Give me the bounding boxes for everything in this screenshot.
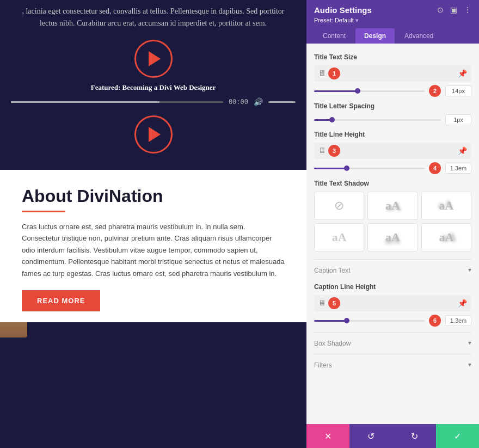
top-paragraph: , lacinia eget consectetur sed, convalli… — [0, 0, 306, 30]
panel-header-icons: ⊙ ▣ ⋮ — [437, 5, 471, 15]
shadow-option-3[interactable]: aA — [314, 223, 364, 251]
caption-text-label: Caption Text — [314, 267, 351, 274]
badge-4: 4 — [429, 162, 441, 174]
audio-player-bar: 00:00 🔊 — [0, 97, 306, 107]
title-line-height-device-row: 🖥 3 📌 — [314, 143, 471, 159]
undo-icon: ↺ — [367, 431, 374, 441]
shadow-option-1[interactable]: aA — [367, 192, 417, 220]
badge-1: 1 — [328, 67, 340, 79]
title-text-size-track[interactable] — [314, 90, 425, 92]
pin-icon-1[interactable]: 📌 — [458, 69, 467, 78]
close-button[interactable]: ✕ — [306, 424, 349, 448]
chevron-box-shadow: ▾ — [468, 339, 471, 347]
panel-body: Title Text Size 🖥 1 📌 2 14px Title Lette… — [306, 44, 479, 424]
more-icon[interactable]: ⋮ — [464, 5, 471, 15]
title-text-size-slider-row[interactable]: 2 14px — [314, 85, 471, 97]
panel-header: Audio Settings ⊙ ▣ ⋮ Preset: Default ▾ C… — [306, 0, 479, 44]
title-text-shadow-label: Title Text Shadow — [314, 180, 471, 187]
redo-button[interactable]: ↻ — [393, 424, 436, 448]
play-circle-1[interactable] — [134, 40, 173, 78]
play-circle-2[interactable] — [134, 115, 173, 154]
shadow-grid: ⊘ aA aA aA aA aA — [314, 192, 471, 251]
panel-footer: ✕ ↺ ↻ ✓ — [306, 424, 479, 448]
layout-icon[interactable]: ▣ — [450, 5, 457, 15]
shadow-text-2: aA — [439, 199, 453, 213]
chevron-filters: ▾ — [468, 361, 471, 369]
tab-content[interactable]: Content — [314, 28, 354, 44]
badge-5: 5 — [328, 297, 340, 309]
about-title: About DiviNation — [22, 186, 285, 206]
desktop-icon-2: 🖥 — [318, 146, 326, 155]
shadow-option-none[interactable]: ⊘ — [314, 192, 364, 220]
title-letter-spacing-thumb[interactable] — [329, 117, 335, 122]
read-more-button[interactable]: READ MORE — [22, 290, 100, 311]
caption-line-height-label: Caption Line Height — [314, 283, 471, 291]
title-line-height-label: Title Line Height — [314, 131, 471, 138]
title-line-height-thumb[interactable] — [344, 165, 349, 171]
badge-2: 2 — [429, 85, 441, 97]
featured-label: Featured: Becoming a Divi Web Designer — [0, 83, 306, 92]
save-button[interactable]: ✓ — [436, 424, 479, 448]
about-underline — [22, 211, 65, 212]
audio-progress-track[interactable] — [11, 101, 223, 103]
play-button-1[interactable] — [0, 40, 306, 78]
caption-line-height-thumb[interactable] — [344, 318, 349, 323]
shadow-text-1: aA — [385, 199, 400, 213]
undo-button[interactable]: ↺ — [349, 424, 392, 448]
caption-line-height-slider-row[interactable]: 6 1.3em — [314, 315, 471, 327]
title-letter-spacing-track[interactable] — [314, 119, 441, 121]
pin-icon-2[interactable]: 📌 — [458, 146, 467, 156]
about-text: Cras luctus ornare est, sed pharetra mau… — [22, 221, 285, 279]
shadow-text-3: aA — [332, 230, 347, 244]
title-line-height-value[interactable]: 1.3em — [445, 163, 471, 174]
volume-bar[interactable] — [268, 101, 296, 103]
shadow-text-5: aA — [439, 230, 453, 244]
tabs: Content Design Advanced — [314, 28, 471, 44]
filters-label: Filters — [314, 361, 332, 369]
shadow-option-2[interactable]: aA — [421, 192, 471, 220]
filters-section[interactable]: Filters ▾ — [314, 354, 471, 376]
play-button-2[interactable] — [0, 115, 306, 154]
title-letter-spacing-value[interactable]: 1px — [445, 114, 471, 125]
box-shadow-label: Box Shadow — [314, 340, 351, 347]
title-text-size-label: Title Text Size — [314, 53, 471, 61]
caption-line-height-device-row: 🖥 5 📌 — [314, 295, 471, 311]
left-panel: , lacinia eget consectetur sed, convalli… — [0, 0, 306, 448]
title-text-size-fill — [314, 90, 358, 92]
caption-line-height-fill — [314, 320, 347, 322]
no-shadow-icon: ⊘ — [334, 199, 344, 213]
desktop-icon-1: 🖥 — [318, 69, 326, 78]
shadow-option-4[interactable]: aA — [367, 223, 417, 251]
about-section: About DiviNation Cras luctus ornare est,… — [0, 170, 306, 322]
volume-icon[interactable]: 🔊 — [254, 97, 263, 107]
box-shadow-section[interactable]: Box Shadow ▾ — [314, 332, 471, 354]
title-text-size-value[interactable]: 14px — [445, 85, 471, 96]
shadow-text-4: aA — [385, 230, 400, 244]
settings-icon[interactable]: ⊙ — [437, 5, 444, 15]
panel-title: Audio Settings — [314, 5, 372, 15]
tab-advanced[interactable]: Advanced — [396, 28, 442, 44]
title-text-size-device-row: 🖥 1 📌 — [314, 65, 471, 82]
caption-line-height-value[interactable]: 1.3em — [445, 315, 471, 326]
audio-time: 00:00 — [229, 98, 248, 106]
title-letter-spacing-label: Title Letter Spacing — [314, 102, 471, 110]
desktop-icon-3: 🖥 — [318, 299, 326, 308]
pin-icon-3[interactable]: 📌 — [458, 299, 467, 308]
title-line-height-slider-row[interactable]: 4 1.3em — [314, 162, 471, 174]
play-icon-2 — [149, 127, 161, 142]
caption-line-height-track[interactable] — [314, 320, 425, 322]
title-text-size-thumb[interactable] — [355, 88, 360, 94]
title-line-height-track[interactable] — [314, 168, 425, 169]
preset-label[interactable]: Preset: Default ▾ — [314, 17, 471, 24]
badge-6: 6 — [429, 315, 441, 327]
caption-text-section[interactable]: Caption Text ▾ — [314, 259, 471, 281]
badge-3: 3 — [328, 145, 340, 157]
play-icon-1 — [149, 51, 161, 66]
tab-design[interactable]: Design — [355, 28, 395, 44]
redo-icon: ↻ — [411, 431, 418, 441]
title-letter-spacing-slider-row[interactable]: 1px — [314, 114, 471, 125]
shadow-option-5[interactable]: aA — [421, 223, 471, 251]
title-line-height-fill — [314, 168, 347, 169]
chevron-caption-text: ▾ — [468, 266, 471, 274]
audio-progress-fill — [11, 101, 159, 103]
